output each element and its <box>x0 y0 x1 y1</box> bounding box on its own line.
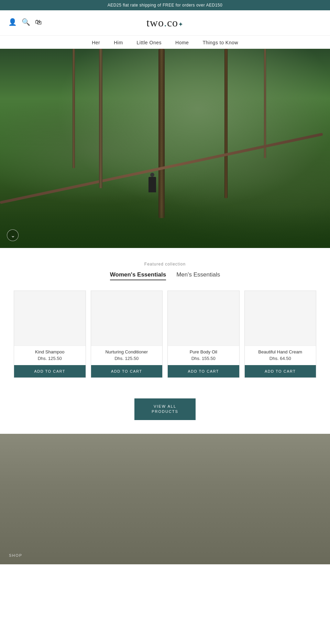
tree-trunk-3 <box>264 49 266 158</box>
add-to-cart-kind-shampoo[interactable]: ADD TO CART <box>14 365 86 377</box>
view-all-wrap: VIEW ALLPRODUCTS <box>0 395 330 434</box>
product-image-nurturing-conditioner <box>91 291 163 346</box>
product-price-nurturing-conditioner: Dhs. 125.50 <box>95 356 159 361</box>
hero-forest-bg <box>0 49 330 248</box>
header: 👤 🔍 🛍 two.co✦ Her Him Little Ones Home T… <box>0 10 330 49</box>
nav-item-her[interactable]: Her <box>92 40 100 45</box>
main-nav: Her Him Little Ones Home Things to Know <box>0 35 330 49</box>
tree-trunk-2 <box>224 49 228 198</box>
logo-dot: . <box>164 16 167 29</box>
cart-icon[interactable]: 🛍 <box>35 18 42 26</box>
view-all-products-button[interactable]: VIEW ALLPRODUCTS <box>134 398 196 420</box>
products-grid: Kind Shampoo Dhs. 125.50 ADD TO CART Nur… <box>7 291 323 378</box>
product-name-nurturing-conditioner: Nurturing Conditioner <box>95 349 159 354</box>
product-info-pure-body-oil: Pure Body Oil Dhs. 155.50 <box>168 346 239 363</box>
account-icon[interactable]: 👤 <box>8 18 17 26</box>
tab-womens-essentials[interactable]: Women's Essentials <box>110 271 166 280</box>
hero-image: ⌄ <box>0 49 330 248</box>
nav-item-things-to-know[interactable]: Things to Know <box>202 40 238 45</box>
collection-tabs: Women's Essentials Men's Essentials <box>7 271 323 280</box>
product-card-nurturing-conditioner: Nurturing Conditioner Dhs. 125.50 ADD TO… <box>91 291 163 378</box>
add-to-cart-pure-body-oil[interactable]: ADD TO CART <box>168 365 239 377</box>
product-card-beautiful-hand-cream: Beautiful Hand Cream Dhs. 64.50 ADD TO C… <box>244 291 317 378</box>
logo-leaf: ✦ <box>178 21 184 28</box>
product-info-kind-shampoo: Kind Shampoo Dhs. 125.50 <box>14 346 86 363</box>
product-price-kind-shampoo: Dhs. 125.50 <box>18 356 82 361</box>
featured-label: Featured collection <box>7 262 323 267</box>
bottom-promo-section: SHOP <box>0 434 330 564</box>
product-name-kind-shampoo: Kind Shampoo <box>18 349 82 354</box>
banner-text: AED25 flat rate shipping of FREE for ord… <box>108 3 222 8</box>
product-card-pure-body-oil: Pure Body Oil Dhs. 155.50 ADD TO CART <box>167 291 240 378</box>
logo[interactable]: two.co✦ <box>146 16 184 29</box>
tab-mens-essentials[interactable]: Men's Essentials <box>176 271 220 280</box>
nav-item-him[interactable]: Him <box>114 40 123 45</box>
nav-item-little-ones[interactable]: Little Ones <box>137 40 162 45</box>
product-info-nurturing-conditioner: Nurturing Conditioner Dhs. 125.50 <box>91 346 163 363</box>
header-icons: 👤 🔍 🛍 <box>8 18 42 26</box>
product-image-pure-body-oil <box>168 291 239 346</box>
shop-label[interactable]: SHOP <box>9 553 22 557</box>
bottom-bg <box>0 434 330 564</box>
nav-item-home[interactable]: Home <box>175 40 189 45</box>
search-icon[interactable]: 🔍 <box>22 18 30 26</box>
scroll-down-button[interactable]: ⌄ <box>7 229 19 241</box>
add-to-cart-beautiful-hand-cream[interactable]: ADD TO CART <box>245 365 316 377</box>
product-card-kind-shampoo: Kind Shampoo Dhs. 125.50 ADD TO CART <box>14 291 86 378</box>
add-to-cart-nurturing-conditioner[interactable]: ADD TO CART <box>91 365 163 377</box>
top-banner: AED25 flat rate shipping of FREE for ord… <box>0 0 330 10</box>
featured-section: Featured collection Women's Essentials M… <box>0 248 330 395</box>
product-name-pure-body-oil: Pure Body Oil <box>171 349 236 354</box>
product-image-beautiful-hand-cream <box>245 291 316 346</box>
product-price-beautiful-hand-cream: Dhs. 64.50 <box>248 356 313 361</box>
product-info-beautiful-hand-cream: Beautiful Hand Cream Dhs. 64.50 <box>245 346 316 363</box>
fallen-log <box>0 133 323 204</box>
undergrowth <box>0 207 330 248</box>
product-image-kind-shampoo <box>14 291 86 346</box>
product-price-pure-body-oil: Dhs. 155.50 <box>171 356 236 361</box>
tree-trunk-1 <box>73 49 75 168</box>
hero-person <box>148 177 156 192</box>
product-name-beautiful-hand-cream: Beautiful Hand Cream <box>248 349 313 354</box>
